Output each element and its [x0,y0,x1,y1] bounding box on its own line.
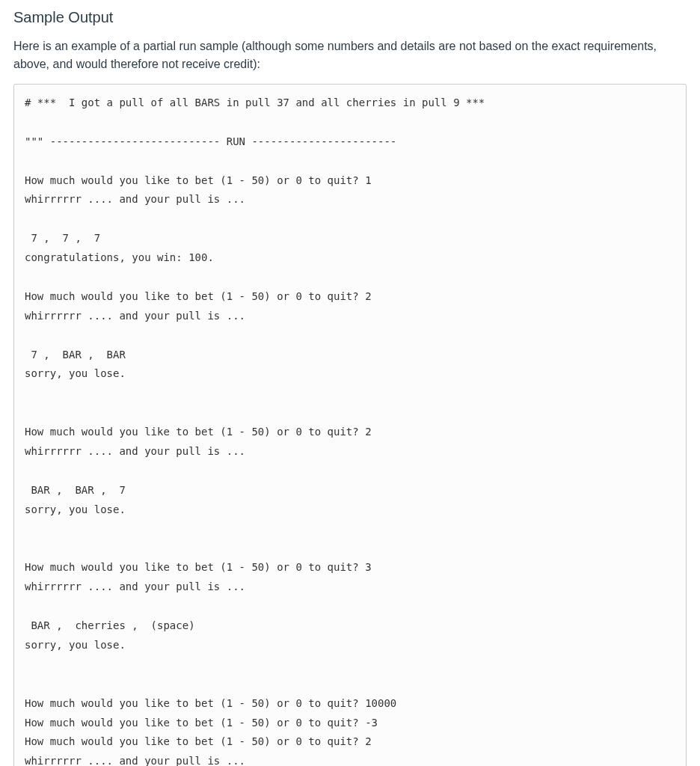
section-heading: Sample Output [13,6,687,28]
intro-paragraph: Here is an example of a partial run samp… [13,37,687,73]
sample-output-code: # *** I got a pull of all BARS in pull 3… [13,84,687,766]
page: Sample Output Here is an example of a pa… [0,0,700,766]
